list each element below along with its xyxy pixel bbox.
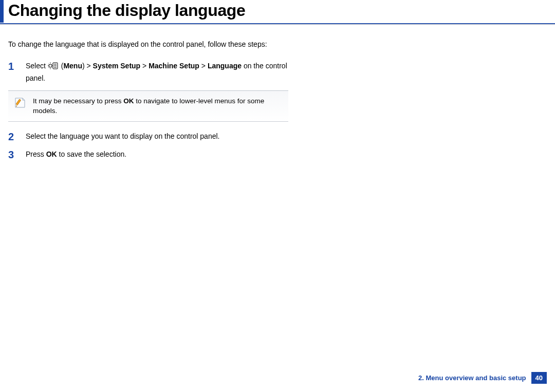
step-3-pre: Press	[26, 150, 46, 158]
note-b1: OK	[123, 97, 134, 105]
step-1-b3: Language	[208, 62, 242, 70]
svg-line-7	[48, 67, 49, 68]
svg-line-5	[48, 64, 49, 65]
intro-text: To change the language that is displayed…	[8, 39, 288, 49]
page-footer: 2. Menu overview and basic setup 40	[418, 372, 547, 384]
step-1-sep1: >	[140, 62, 149, 70]
step-1-sep2: >	[199, 62, 208, 70]
step-1-menu-close: ) >	[82, 62, 93, 70]
note-box: It may be necessary to press OK to navig…	[8, 90, 288, 122]
step-3-text: Press OK to save the selection.	[26, 149, 288, 159]
title-bar: Changing the display language	[0, 0, 555, 20]
step-2: 2 Select the language you want to displa…	[8, 131, 288, 142]
footer-chapter: 2. Menu overview and basic setup	[418, 374, 526, 382]
svg-line-6	[51, 67, 52, 68]
title-underline	[0, 23, 555, 24]
title-accent	[0, 0, 4, 23]
menu-icon	[48, 62, 58, 72]
svg-line-8	[51, 64, 52, 65]
step-1-text: Select	[26, 61, 288, 83]
footer-page-number: 40	[531, 372, 547, 384]
page-title: Changing the display language	[8, 1, 555, 20]
step-1: 1 Select	[8, 61, 288, 83]
content-column: To change the language that is displayed…	[0, 25, 288, 160]
svg-point-0	[49, 64, 52, 67]
step-2-text: Select the language you want to display …	[26, 131, 288, 141]
step-1-b2: Machine Setup	[149, 62, 199, 70]
note-pre: It may be necessary to press	[33, 97, 123, 105]
step-2-number: 2	[8, 131, 26, 142]
step-3: 3 Press OK to save the selection.	[8, 149, 288, 160]
step-1-number: 1	[8, 61, 26, 71]
step-1-b1: System Setup	[93, 62, 141, 70]
step-1-menu-label: Menu	[63, 62, 82, 70]
step-3-number: 3	[8, 149, 26, 160]
note-text: It may be necessary to press OK to navig…	[33, 96, 282, 116]
step-1-pre: Select	[26, 62, 48, 70]
note-pencil-icon	[13, 96, 28, 113]
step-3-b1: OK	[46, 150, 57, 158]
step-3-post: to save the selection.	[57, 150, 126, 158]
